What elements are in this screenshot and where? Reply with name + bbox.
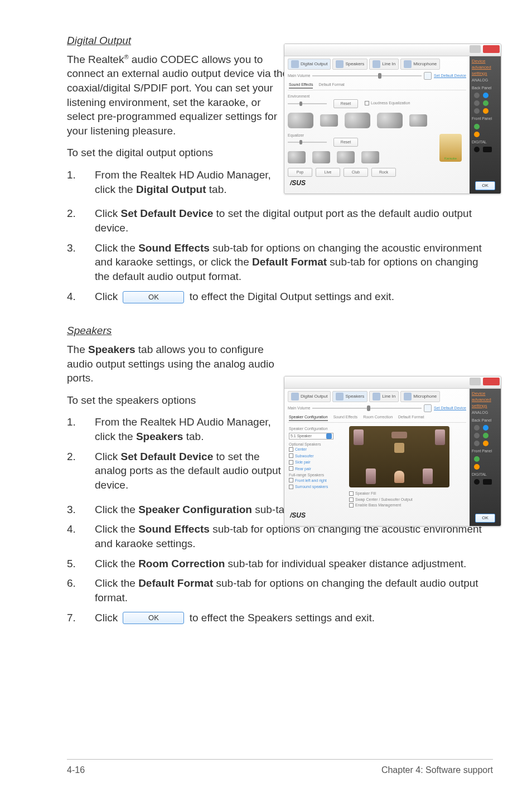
step-number: 1. <box>67 168 95 182</box>
subwoofer-icon <box>394 443 404 453</box>
karaoke-icon: Karaoke <box>439 134 462 162</box>
step-number: 7. <box>67 611 95 625</box>
step-number: 2. <box>67 206 95 221</box>
sidebar: Device advanced settings ANALOG Back Pan… <box>470 56 501 194</box>
speakers-screenshot: Device advanced settings ANALOG Back Pan… <box>284 376 501 526</box>
sub-tabs: Sound Effects Default Format <box>288 82 466 90</box>
preset-pop: Pop <box>288 168 312 177</box>
window-titlebar <box>284 376 501 389</box>
eq-preset-icon <box>361 151 379 163</box>
sidebar-advanced-link: Device advanced settings <box>470 389 501 409</box>
step-body: From the Realtek HD Audio Manager, click… <box>95 168 282 196</box>
sidebar-digital-label: DIGITAL <box>470 471 501 478</box>
step-number: 5. <box>67 557 95 571</box>
step-body: Click OK to effect the Speakers settings… <box>95 611 493 625</box>
sidebar-analog-label: ANALOG <box>470 409 501 416</box>
step-number: 4. <box>67 522 95 537</box>
digital-output-intro: The Realtek® audio CODEC allows you to c… <box>67 52 290 138</box>
reset-button: Reset <box>333 138 358 147</box>
sidebar-back-label: Back Panel <box>470 417 501 424</box>
digital-output-steps-cont: 2. Click Set Default Device to set the d… <box>67 206 493 303</box>
surround-checkbox: Surround speakers <box>289 484 345 489</box>
step-number: 4. <box>67 289 95 304</box>
volume-slider <box>312 408 422 409</box>
optional-speakers-label: Optional Speakers <box>289 442 345 447</box>
ok-button: OK <box>475 181 495 190</box>
window-titlebar <box>284 44 501 56</box>
env-preset-icon <box>320 114 338 127</box>
digital-output-screenshot: Device advanced settings ANALOG Back Pan… <box>284 44 501 194</box>
step-number: 3. <box>67 241 95 255</box>
side-pair-checkbox: Side pair <box>289 460 345 465</box>
step-body: From the Realtek HD Audio Manager, click… <box>95 415 282 443</box>
tab-digital-output: Digital Output <box>288 391 331 402</box>
env-preset-icon <box>377 113 403 128</box>
sidebar-digital-label: DIGITAL <box>470 138 501 146</box>
window-control-icon <box>470 45 481 53</box>
eq-preset-icon <box>337 151 355 163</box>
preset-rock: Rock <box>371 168 396 177</box>
bass-mgmt-checkbox: Enable Bass Management <box>349 503 461 508</box>
env-preset-icon <box>345 113 370 128</box>
sidebar: Device advanced settings ANALOG Back Pan… <box>470 389 501 526</box>
environment-label: Environment <box>288 94 466 99</box>
subtab-room-correction: Room Correction <box>363 414 393 421</box>
sub-tabs: Speaker Configuration Sound Effects Room… <box>288 414 466 423</box>
speakers-intro: The Speakers tab allows you to configure… <box>67 342 290 385</box>
sidebar-advanced-link: Device advanced settings <box>470 56 501 76</box>
rear-pair-checkbox: Rear pair <box>289 466 345 471</box>
subtab-speaker-config: Speaker Configuration <box>289 414 328 421</box>
tab-line-in: Line In <box>369 391 399 402</box>
step-number: 2. <box>67 450 95 464</box>
main-volume-label: Main Volume <box>288 73 310 78</box>
step-body: Click OK to effect the Digital Output se… <box>95 289 493 304</box>
speakers-to-set: To set the speakers options <box>67 393 290 408</box>
speaker-icon <box>354 429 364 445</box>
mute-icon <box>424 404 432 412</box>
mute-icon <box>424 72 432 80</box>
subwoofer-checkbox: Subwoofer <box>289 453 345 458</box>
ok-button-inline: OK <box>123 612 184 624</box>
listener-icon <box>394 471 404 483</box>
speaker-icon <box>366 468 376 484</box>
speaker-icon <box>423 468 433 484</box>
env-preset-icon <box>288 113 313 128</box>
step-body: Click Set Default Device to set the digi… <box>95 206 493 235</box>
front-lr-checkbox: Front left and right <box>289 478 345 483</box>
tab-speakers: Speakers <box>332 391 367 402</box>
ok-button: OK <box>475 514 495 523</box>
device-tabs: Digital Output Speakers Line In Micropho… <box>288 59 466 70</box>
chevron-down-icon <box>326 433 332 439</box>
eq-preset-icon <box>312 151 330 163</box>
env-preset-icon <box>409 114 427 127</box>
speaker-icon <box>391 432 407 438</box>
ok-button-inline: OK <box>123 291 184 303</box>
speakers-heading: Speakers <box>67 323 493 338</box>
step-number: 3. <box>67 503 95 517</box>
volume-slider <box>312 75 422 76</box>
step-number: 1. <box>67 415 95 429</box>
center-checkbox: Center <box>289 447 345 452</box>
tab-digital-output: Digital Output <box>288 59 331 70</box>
subtab-sound-effects: Sound Effects <box>289 82 313 89</box>
close-icon <box>483 378 500 385</box>
subtab-sound-effects: Sound Effects <box>333 414 357 421</box>
eq-preset-icon <box>288 151 306 163</box>
environment-slider <box>288 103 327 104</box>
speaker-config-combo: 5.1 Speaker <box>289 433 333 439</box>
subtab-default-format: Default Format <box>318 82 344 89</box>
close-icon <box>483 45 500 53</box>
sidebar-front-label: Front Panel <box>470 447 501 455</box>
step-body: Click the Sound Effects sub-tab for opti… <box>95 241 493 284</box>
tab-speakers: Speakers <box>332 59 367 70</box>
asus-logo: /SUS <box>290 178 306 191</box>
tab-microphone: Microphone <box>400 59 440 70</box>
sidebar-front-label: Front Panel <box>470 115 501 122</box>
main-volume-label: Main Volume <box>288 405 310 410</box>
sidebar-back-label: Back Panel <box>470 84 501 91</box>
tab-line-in: Line In <box>369 59 399 70</box>
set-default-link: Set Default Device <box>434 73 466 78</box>
step-body: Click the Room Correction sub-tab for in… <box>95 557 493 571</box>
step-body: Click Set Default Device to set the anal… <box>95 450 282 492</box>
page-footer: 4-16 Chapter 4: Software support <box>67 759 493 776</box>
